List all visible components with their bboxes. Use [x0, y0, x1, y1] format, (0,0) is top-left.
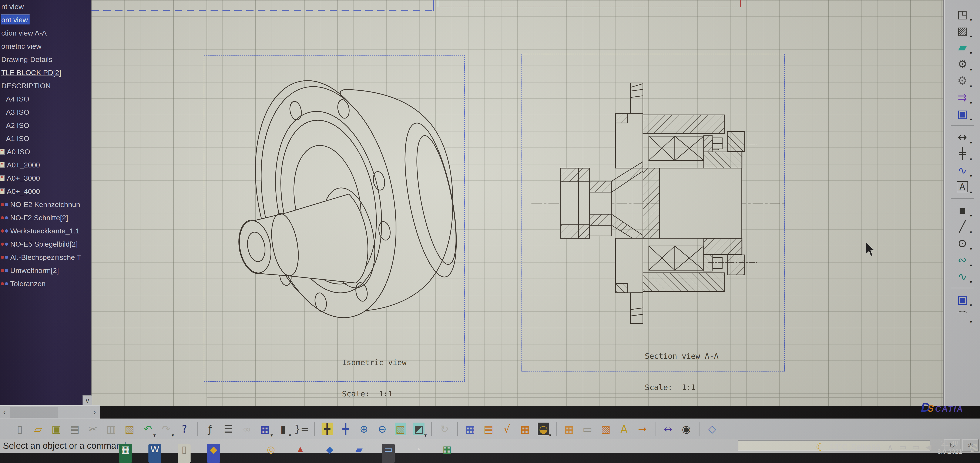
tree-item-description[interactable]: DESCRIPTION	[0, 79, 91, 93]
flyout-arrow-icon[interactable]: ▾	[970, 84, 972, 89]
redo-icon[interactable]: ↷▾	[158, 420, 174, 437]
taskbar-app-catia[interactable]: ▲	[294, 444, 307, 463]
taskbar-app-photos[interactable]: ◆	[207, 444, 220, 463]
pan-icon[interactable]: ╋	[338, 420, 353, 437]
tree-scroll-right-button[interactable]: ›	[90, 406, 99, 419]
dimension-icon[interactable]: ↔▾	[952, 129, 972, 145]
arc-icon[interactable]: ⌒▾	[952, 308, 972, 324]
tree-item-no-e2-kennzeichnun[interactable]: NO-E2 Kennzeichnun	[0, 198, 91, 211]
parameters-icon[interactable]: }=	[294, 420, 309, 437]
sheet-view-icon[interactable]: ▰▾	[952, 39, 972, 56]
flyout-arrow-icon[interactable]: ▾	[970, 117, 972, 122]
flyout-arrow-icon[interactable]: ▾	[970, 230, 972, 235]
flyout-arrow-icon[interactable]: ▾	[549, 433, 551, 438]
taskbar-clock[interactable]: 21.48 8.9.2021	[937, 439, 963, 455]
speaker-icon[interactable]: ◀	[926, 442, 932, 452]
insert-box-icon[interactable]: ◇	[704, 420, 720, 437]
tree-item-no-f2-schnitte-2-[interactable]: NO-F2 Schnitte[2]	[0, 211, 91, 224]
flyout-arrow-icon[interactable]: ▾	[270, 433, 273, 438]
new-document-icon[interactable]: ▯	[12, 420, 28, 437]
flyout-arrow-icon[interactable]: ▾	[970, 173, 972, 179]
arrow-orange-icon[interactable]: →	[635, 420, 650, 437]
measure-icon[interactable]: ↔	[660, 420, 676, 437]
taskbar-app-green[interactable]: ▦	[441, 444, 453, 463]
tree-item-drawing-details[interactable]: Drawing-Details	[0, 53, 91, 66]
circle-icon[interactable]: ⊙▾	[952, 235, 972, 252]
drawing-canvas[interactable]: Isometric view Scale: 1:1 Section view A…	[91, 0, 943, 406]
tree-item-a4-iso[interactable]: A4 ISO	[0, 93, 91, 105]
fit-all-icon[interactable]: ╋	[320, 420, 335, 437]
workbench-icon[interactable]: ▤	[480, 420, 496, 437]
tree-item-umweltnorm-2-[interactable]: Umweltnorm[2]	[0, 264, 91, 277]
tree-item-a3-iso[interactable]: A3 ISO	[0, 105, 91, 119]
tree-item-a0-4000[interactable]: A0+_4000	[0, 185, 91, 198]
taskbar-app-file[interactable]: ▯	[178, 444, 191, 463]
flyout-arrow-icon[interactable]: ▾	[970, 246, 972, 252]
tree-item-a0-iso[interactable]: A0 ISO	[0, 145, 91, 158]
tree-item-a0-3000[interactable]: A0+_3000	[0, 171, 91, 185]
view-cube-icon[interactable]: ◳▾	[952, 6, 972, 22]
datum-check-icon[interactable]: √	[499, 420, 515, 437]
flyout-arrow-icon[interactable]: ▾	[970, 319, 972, 324]
rotate-icon[interactable]: ↻	[437, 420, 452, 437]
taskbar-app-browser[interactable]: ◎	[264, 444, 277, 463]
flyout-arrow-icon[interactable]: ▾	[970, 263, 972, 268]
fx-icon[interactable]: ƒ	[202, 420, 218, 437]
flyout-arrow-icon[interactable]: ▾	[970, 303, 972, 308]
tree-item-nt-view[interactable]: nt view	[0, 0, 91, 13]
tree-item-ont-view[interactable]: ont view	[0, 13, 91, 26]
tree-item-ction-view-a-a[interactable]: ction view A-A	[0, 26, 91, 40]
flyout-arrow-icon[interactable]: ▾	[970, 100, 972, 105]
save-icon[interactable]: ▣	[48, 420, 64, 437]
weather-description[interactable]: Selkeää	[851, 442, 880, 452]
print-icon[interactable]: ▤	[67, 420, 83, 437]
render-style-icon[interactable]: ◒▾	[536, 420, 551, 437]
flyout-arrow-icon[interactable]: ▾	[970, 140, 972, 145]
dim-system-icon[interactable]: ╪▾	[952, 145, 972, 162]
profile-icon[interactable]: ∾▾	[952, 252, 972, 268]
open-folder-icon[interactable]: ▱	[30, 420, 46, 437]
update-views-icon[interactable]: ⚙▾	[952, 56, 972, 72]
comment-icon[interactable]: ☰	[221, 420, 236, 437]
arrange-views-icon[interactable]: ⇉▾	[952, 89, 972, 105]
lock-icon[interactable]: ▮▾	[275, 420, 291, 437]
flyout-arrow-icon[interactable]: ▾	[970, 34, 972, 39]
spline-icon[interactable]: ∿▾	[952, 268, 972, 285]
tree-item-toleranzen[interactable]: Toleranzen	[0, 277, 91, 290]
capture-icon[interactable]: ◉	[678, 420, 694, 437]
taskbar-app-clock[interactable]: ◔	[411, 444, 424, 463]
breakout-icon[interactable]: ▣▾	[952, 105, 972, 122]
instantiate-icon[interactable]: ⚙▾	[952, 72, 972, 89]
flyout-arrow-icon[interactable]: ▾	[970, 156, 972, 162]
taskbar-app-blue[interactable]: ▰	[353, 444, 365, 463]
flyout-arrow-icon[interactable]: ▾	[970, 50, 972, 56]
flyout-arrow-icon[interactable]: ▾	[970, 279, 972, 285]
frame-icon[interactable]: ▭	[579, 420, 595, 437]
undo-icon[interactable]: ↶▾	[140, 420, 156, 437]
normal-view-icon[interactable]: ▧	[393, 420, 408, 437]
taskbar-app-cube[interactable]: ◆	[323, 444, 336, 463]
battery-icon[interactable]: ▭	[899, 442, 907, 452]
paste-special-icon[interactable]: ▣▾	[952, 291, 972, 308]
notification-center-icon[interactable]: ▤	[969, 441, 979, 453]
line-icon[interactable]: ╱▾	[952, 218, 972, 235]
cut-icon[interactable]: ✂	[85, 420, 101, 437]
tree-scroll-left-button[interactable]: ‹	[0, 406, 9, 419]
tree-item-a0-2000[interactable]: A0+_2000	[0, 158, 91, 171]
copy-icon[interactable]: ▥	[103, 420, 119, 437]
link-icon[interactable]: ∞	[239, 420, 255, 437]
table-icon[interactable]: ▦	[561, 420, 577, 437]
flyout-arrow-icon[interactable]: ▾	[970, 213, 972, 218]
flyout-arrow-icon[interactable]: ▾	[289, 433, 291, 438]
text-annotation-icon[interactable]: A▾	[952, 179, 972, 195]
point-icon[interactable]: ▪▾	[952, 202, 972, 218]
tree-item-a2-iso[interactable]: A2 ISO	[0, 119, 91, 132]
flyout-arrow-icon[interactable]: ▾	[153, 433, 156, 438]
flyout-arrow-icon[interactable]: ▾	[172, 433, 174, 438]
flyout-arrow-icon[interactable]: ▾	[970, 17, 972, 22]
text-zoom-icon[interactable]: A	[616, 420, 632, 437]
tree-scrollbar-thumb[interactable]	[10, 407, 58, 418]
taskbar-app-word[interactable]: W	[148, 444, 161, 463]
display-icon[interactable]: ▭	[912, 442, 920, 452]
zoom-in-icon[interactable]: ⊕	[356, 420, 372, 437]
